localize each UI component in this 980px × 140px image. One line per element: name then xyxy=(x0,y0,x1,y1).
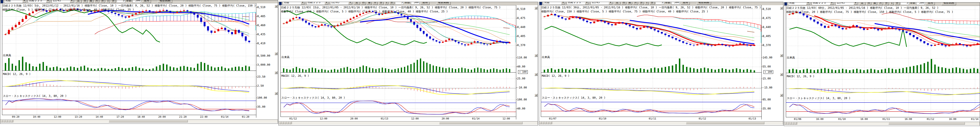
contract-dropdown[interactable]: 12/03▼ xyxy=(835,3,858,5)
bar-type-button[interactable]: 足 xyxy=(614,2,620,5)
chart-window-5min[interactable]: 先物▼日経２２５▼12/03▼足日週月分1分5本数300適用複数銘柄日経２２５先… xyxy=(0,0,278,124)
minute-1-button[interactable]: 1 xyxy=(890,3,894,5)
apply-button[interactable]: 適用 xyxy=(142,0,151,3)
scrollbar-track[interactable] xyxy=(798,122,979,125)
period-day-button[interactable]: 日 xyxy=(83,0,88,3)
chevron-down-icon[interactable]: ▼ xyxy=(301,2,305,4)
mini-window-button[interactable] xyxy=(544,122,547,124)
chevron-down-icon[interactable]: ▼ xyxy=(22,0,26,3)
mini-window-button[interactable] xyxy=(284,122,286,124)
chevron-down-icon[interactable]: ▼ xyxy=(561,2,565,4)
mini-window-button[interactable] xyxy=(539,122,542,124)
mini-window-button[interactable] xyxy=(547,122,549,124)
period-minute-button[interactable]: 分 xyxy=(884,3,889,5)
multi-symbol-button[interactable]: 複数銘柄 xyxy=(942,3,956,5)
period-week-button[interactable]: 週 xyxy=(367,2,372,5)
mini-window-button[interactable] xyxy=(787,122,789,125)
apply-button[interactable]: 適用 xyxy=(681,2,690,5)
period-month-button[interactable]: 月 xyxy=(373,2,378,5)
minute-count-field[interactable]: 5 xyxy=(395,2,404,5)
chart-window-15min[interactable]: 先物▼日経２２５▼12/03▼足日週月分1分5本数300適用複数銘柄日経２２５先… xyxy=(278,2,538,126)
minute-unit-button[interactable]: 分 xyxy=(649,2,655,5)
period-day-button[interactable]: 日 xyxy=(621,2,626,5)
pane-scroll-arrow[interactable]: ◢ xyxy=(275,5,278,8)
mini-window-button[interactable] xyxy=(542,122,544,124)
period-minute-button[interactable]: 分 xyxy=(100,0,105,3)
symbol-dropdown[interactable]: 日経２２５▼ xyxy=(28,0,51,3)
bar-type-button[interactable]: 足 xyxy=(75,0,81,3)
period-day-button[interactable]: 日 xyxy=(361,2,366,5)
instrument-type-dropdown[interactable]: 先物▼ xyxy=(283,2,305,5)
chevron-down-icon[interactable]: ▼ xyxy=(325,2,328,4)
symbol-dropdown[interactable]: 日経２２５▼ xyxy=(566,2,589,5)
mini-window-button[interactable] xyxy=(11,120,13,123)
scrollbar-thumb[interactable] xyxy=(888,122,965,125)
minute-1-button[interactable]: 1 xyxy=(385,2,388,5)
pane-scroll-arrow[interactable]: ◢ xyxy=(535,6,538,10)
mini-window-button[interactable] xyxy=(286,122,289,124)
scrollbar-thumb[interactable] xyxy=(686,122,764,124)
period-day-button[interactable]: 日 xyxy=(866,3,871,5)
scrollbar-thumb[interactable] xyxy=(439,122,523,124)
pane-scroll-arrow[interactable]: ◢ xyxy=(780,73,783,76)
scrollbar-track[interactable] xyxy=(14,120,277,123)
mini-window-button[interactable] xyxy=(279,122,282,124)
apply-button[interactable]: 適用 xyxy=(926,3,935,5)
multi-symbol-button[interactable]: 複数銘柄 xyxy=(158,0,172,3)
mini-window-button[interactable] xyxy=(282,122,284,124)
bar-count-field[interactable]: 300 xyxy=(411,2,420,5)
pane-scroll-arrow[interactable]: ◢ xyxy=(275,52,278,55)
period-week-button[interactable]: 週 xyxy=(627,2,632,5)
pane-scroll-arrow[interactable]: ◢ xyxy=(780,94,783,97)
contract-dropdown[interactable]: 12/03▼ xyxy=(590,2,613,5)
mini-window-button[interactable] xyxy=(792,122,794,125)
symbol-dropdown[interactable]: 日経２２５▼ xyxy=(306,2,329,5)
scrollbar-track[interactable] xyxy=(553,122,783,124)
pane-scroll-arrow[interactable]: ◢ xyxy=(275,71,278,74)
chevron-down-icon[interactable]: ▼ xyxy=(609,2,612,4)
minute-count-field[interactable]: 5 xyxy=(117,0,125,3)
bar-type-button[interactable]: 足 xyxy=(859,3,865,5)
period-minute-button[interactable]: 分 xyxy=(379,2,383,5)
chevron-down-icon[interactable]: ▼ xyxy=(585,2,589,4)
bar-count-field[interactable]: 300 xyxy=(671,2,680,5)
mini-window-button[interactable] xyxy=(549,122,552,124)
multi-symbol-button[interactable]: 複数銘柄 xyxy=(436,2,451,5)
chart-window-30min[interactable]: 先物▼日経２２５▼12/03▼足日週月分1分5本数300適用複数銘柄日経２２５先… xyxy=(539,2,783,126)
period-week-button[interactable]: 週 xyxy=(872,3,877,5)
horizontal-scrollbar[interactable] xyxy=(0,119,278,123)
mini-window-button[interactable] xyxy=(3,120,5,123)
instrument-type-dropdown[interactable]: 先物▼ xyxy=(543,2,566,5)
chevron-down-icon[interactable]: ▼ xyxy=(46,0,50,3)
chart-plot-region[interactable] xyxy=(2,3,256,115)
mini-window-button[interactable] xyxy=(784,122,787,125)
horizontal-scrollbar[interactable] xyxy=(784,122,980,125)
minute-count-field[interactable]: 5 xyxy=(900,3,909,5)
period-week-button[interactable]: 週 xyxy=(88,0,93,3)
bar-count-field[interactable]: 300 xyxy=(132,0,141,3)
horizontal-scrollbar[interactable] xyxy=(279,121,538,124)
mini-window-button[interactable] xyxy=(1,120,3,123)
pane-scroll-arrow[interactable]: ◢ xyxy=(535,54,538,57)
contract-dropdown[interactable]: 12/03▼ xyxy=(51,0,74,3)
chevron-down-icon[interactable]: ▼ xyxy=(854,3,858,5)
minute-1-button[interactable]: 1 xyxy=(645,2,649,5)
minute-unit-button[interactable]: 分 xyxy=(389,2,394,5)
period-month-button[interactable]: 月 xyxy=(633,2,638,5)
minute-count-field[interactable]: 5 xyxy=(655,2,664,5)
bar-type-button[interactable]: 足 xyxy=(354,2,360,5)
instrument-type-dropdown[interactable]: 先物▼ xyxy=(4,0,27,3)
bar-count-field[interactable]: 300 xyxy=(916,3,925,5)
contract-dropdown[interactable]: 12/03▼ xyxy=(330,2,353,5)
pane-scroll-arrow[interactable]: ◢ xyxy=(275,92,278,95)
minute-unit-button[interactable]: 分 xyxy=(894,3,900,5)
multi-symbol-button[interactable]: 複数銘柄 xyxy=(697,2,711,5)
mini-window-button[interactable] xyxy=(794,122,797,125)
pane-scroll-arrow[interactable]: ◢ xyxy=(535,73,538,76)
pane-scroll-arrow[interactable]: ◢ xyxy=(780,54,783,57)
chevron-down-icon[interactable]: ▼ xyxy=(830,3,834,5)
chevron-down-icon[interactable]: ▼ xyxy=(70,0,74,3)
chevron-down-icon[interactable]: ▼ xyxy=(348,2,352,4)
apply-button[interactable]: 適用 xyxy=(420,2,430,5)
period-month-button[interactable]: 月 xyxy=(94,0,99,3)
